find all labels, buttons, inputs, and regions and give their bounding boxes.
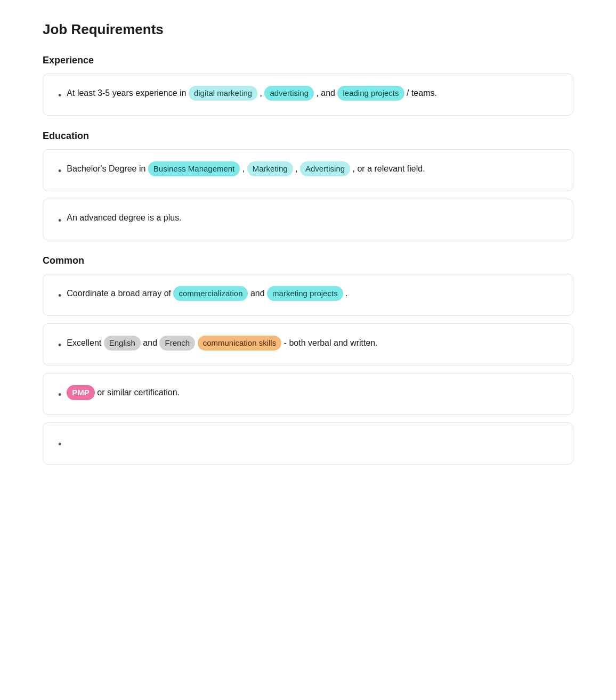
bullet-item: •	[58, 435, 558, 452]
bullet-dot: •	[58, 213, 61, 229]
bullet-text: PMP or similar certification.	[67, 385, 558, 400]
bullet-dot: •	[58, 387, 61, 403]
bullet-item: •Excellent English and French communicat…	[58, 336, 558, 353]
section-education: Education•Bachelor's Degree in Business …	[43, 131, 573, 241]
page-title: Job Requirements	[43, 21, 573, 38]
card-exp-card-1: •At least 3-5 years experience in digita…	[43, 74, 573, 116]
tag-orange: communication skills	[198, 336, 282, 351]
tag-teal-light: Advertising	[300, 161, 350, 176]
bullet-item: •An advanced degree is a plus.	[58, 211, 558, 229]
bullet-text: At least 3-5 years experience in digital…	[67, 86, 558, 101]
section-title-education: Education	[43, 131, 573, 142]
bullet-dot: •	[58, 164, 61, 179]
tag-teal: Business Management	[148, 161, 240, 176]
section-experience: Experience•At least 3-5 years experience…	[43, 55, 573, 116]
tag-teal: marketing projects	[267, 286, 343, 301]
tag-teal: advertising	[264, 86, 314, 101]
tag-gray: French	[159, 336, 195, 351]
card-common-card-4: •	[43, 422, 573, 465]
bullet-dot: •	[58, 88, 61, 103]
card-edu-card-1: •Bachelor's Degree in Business Managemen…	[43, 149, 573, 191]
bullet-item: •Bachelor's Degree in Business Managemen…	[58, 161, 558, 179]
bullet-text: Coordinate a broad array of commercializ…	[67, 286, 558, 301]
bullet-dot: •	[58, 437, 61, 452]
section-title-experience: Experience	[43, 55, 573, 66]
bullet-item: •Coordinate a broad array of commerciali…	[58, 286, 558, 304]
tag-pink: PMP	[67, 385, 95, 400]
tag-gray: English	[104, 336, 141, 351]
section-common: Common•Coordinate a broad array of comme…	[43, 255, 573, 464]
bullet-text: Excellent English and French communicati…	[67, 336, 558, 351]
card-common-card-1: •Coordinate a broad array of commerciali…	[43, 274, 573, 316]
card-common-card-2: •Excellent English and French communicat…	[43, 323, 573, 365]
bullet-item: •At least 3-5 years experience in digita…	[58, 86, 558, 103]
sections-container: Experience•At least 3-5 years experience…	[43, 55, 573, 465]
section-title-common: Common	[43, 255, 573, 266]
tag-teal: commercialization	[173, 286, 248, 301]
bullet-dot: •	[58, 288, 61, 304]
bullet-text: Bachelor's Degree in Business Management…	[67, 161, 558, 176]
card-common-card-3: •PMP or similar certification.	[43, 373, 573, 415]
tag-teal-light: digital marketing	[189, 86, 257, 101]
card-edu-card-2: •An advanced degree is a plus.	[43, 199, 573, 241]
bullet-item: •PMP or similar certification.	[58, 385, 558, 403]
bullet-text: An advanced degree is a plus.	[67, 211, 558, 225]
tag-teal: leading projects	[337, 86, 404, 101]
tag-teal-light: Marketing	[247, 161, 293, 176]
bullet-dot: •	[58, 338, 61, 353]
